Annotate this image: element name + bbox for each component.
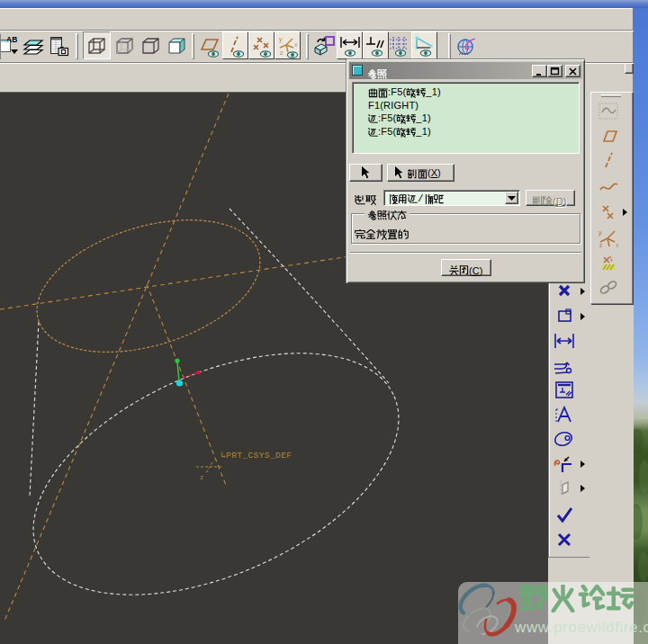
- svg-text:x: x: [616, 242, 619, 248]
- svg-text:y: y: [598, 229, 602, 237]
- svg-text:z: z: [280, 49, 284, 56]
- svg-text:z: z: [599, 242, 603, 248]
- svg-text:y: y: [279, 36, 283, 43]
- svg-text:↳PRT_CSYS_DEF: ↳PRT_CSYS_DEF: [220, 451, 292, 461]
- svg-text:z: z: [200, 474, 203, 481]
- svg-text:x: x: [294, 41, 298, 48]
